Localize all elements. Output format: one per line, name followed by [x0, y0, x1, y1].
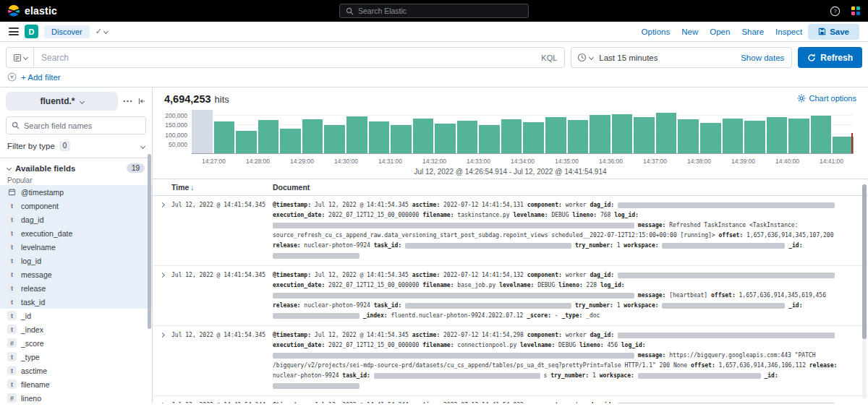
time-range-value[interactable]: Last 15 minutes: [599, 53, 733, 62]
doc-field-name: dag_id:: [590, 202, 614, 208]
collapse-sidebar-icon[interactable]: [137, 97, 146, 106]
elastic-logo[interactable]: elastic: [7, 4, 57, 17]
available-fields-header[interactable]: Available fields 19: [0, 158, 152, 175]
nav-link-new[interactable]: New: [681, 27, 698, 36]
help-icon[interactable]: ?: [830, 6, 841, 17]
space-avatar[interactable]: D: [25, 25, 38, 38]
doc-field-name: lineno:: [558, 282, 583, 288]
field-item-component[interactable]: tcomponent: [0, 199, 152, 213]
menu-icon[interactable]: [9, 27, 19, 35]
histogram-bar[interactable]: [192, 110, 213, 153]
nav-link-inspect[interactable]: Inspect: [775, 27, 802, 36]
time-column-header[interactable]: Time↓: [171, 183, 273, 192]
histogram-bar[interactable]: [346, 116, 367, 153]
histogram-bars[interactable]: [192, 109, 854, 153]
field-item-_type[interactable]: t_type: [0, 350, 152, 364]
histogram-bar[interactable]: [568, 120, 589, 153]
expand-row-icon[interactable]: [159, 202, 164, 207]
redacted-value: [638, 373, 761, 379]
field-item-log_id[interactable]: tlog_id: [0, 254, 152, 267]
kql-toggle[interactable]: KQL: [541, 53, 557, 62]
histogram-bar[interactable]: [700, 123, 721, 153]
field-item-_index[interactable]: t_index: [0, 322, 152, 336]
histogram-bar[interactable]: [656, 113, 677, 153]
histogram-bar[interactable]: [302, 119, 323, 154]
doc-field-name: levelname:: [513, 212, 548, 218]
add-filter-button[interactable]: + Add filter: [21, 73, 61, 82]
field-item-execution_date[interactable]: texecution_date: [0, 226, 152, 240]
histogram-bar[interactable]: [391, 125, 412, 153]
expand-row-icon[interactable]: [159, 273, 164, 278]
field-item-_id[interactable]: t_id: [0, 309, 152, 322]
histogram-bar[interactable]: [811, 116, 832, 153]
histogram-bar[interactable]: [457, 121, 478, 153]
field-name: log_id: [21, 257, 41, 265]
histogram-bar[interactable]: [479, 125, 500, 153]
field-item-filename[interactable]: tfilename: [0, 377, 152, 391]
histogram-bar[interactable]: [833, 137, 854, 153]
field-name: @timestamp: [21, 188, 64, 197]
time-menu-button[interactable]: [571, 53, 599, 62]
global-search-input[interactable]: Search Elastic: [339, 4, 529, 18]
histogram-bar[interactable]: [369, 121, 390, 153]
svg-text:?: ?: [833, 8, 836, 14]
histogram-bar[interactable]: [501, 119, 522, 153]
check-icon: ✓: [95, 27, 102, 36]
table-scrollbar[interactable]: [862, 184, 867, 399]
nav-link-open[interactable]: Open: [710, 27, 730, 36]
histogram-bar[interactable]: [280, 129, 301, 153]
chart-options-button[interactable]: Chart options: [797, 94, 856, 103]
histogram-bar[interactable]: [744, 121, 765, 153]
expand-row-icon[interactable]: [159, 403, 164, 403]
histogram-bar[interactable]: [767, 117, 788, 153]
field-item-task_id[interactable]: ttask_id: [0, 295, 152, 309]
histogram-bar[interactable]: [590, 115, 610, 153]
nav-link-options[interactable]: Options: [642, 27, 671, 36]
saved-query-menu-button[interactable]: [6, 47, 33, 68]
index-pattern-selector[interactable]: fluentd.*: [6, 92, 118, 111]
saved-search-indicator[interactable]: ✓: [95, 27, 108, 36]
doc-field-value: nuclear-photon-9924: [273, 372, 339, 379]
field-item-lineno[interactable]: #lineno: [0, 391, 152, 403]
expand-row-icon[interactable]: [159, 333, 164, 338]
histogram-bar[interactable]: [612, 114, 633, 154]
nav-link-share[interactable]: Share: [741, 27, 764, 36]
breadcrumb[interactable]: Discover: [44, 25, 90, 38]
doc-field-value: -: [555, 312, 558, 319]
field-item-@timestamp[interactable]: @timestamp: [0, 185, 152, 199]
deployment-icon[interactable]: [851, 6, 861, 16]
histogram-bar[interactable]: [324, 125, 345, 153]
field-item-_score[interactable]: #_score: [0, 336, 152, 350]
histogram-bar[interactable]: [413, 119, 434, 153]
histogram-bar[interactable]: [236, 131, 257, 153]
field-item-message[interactable]: tmessage: [0, 267, 152, 281]
query-search-input[interactable]: Search KQL: [33, 47, 565, 68]
filter-funnel-icon[interactable]: [7, 72, 17, 82]
field-item-asctime[interactable]: tasctime: [0, 364, 152, 377]
histogram-bar[interactable]: [723, 119, 744, 153]
histogram-bar[interactable]: [435, 124, 456, 153]
histogram-bar[interactable]: [788, 119, 809, 153]
chevron-down-icon: [103, 29, 109, 34]
field-item-levelname[interactable]: tlevelname: [0, 240, 152, 254]
histogram-bar[interactable]: [258, 120, 279, 153]
doc-field-value: 456: [608, 342, 618, 348]
show-dates-button[interactable]: Show dates: [733, 53, 791, 62]
histogram-bar[interactable]: [678, 119, 699, 153]
refresh-button[interactable]: Refresh: [798, 47, 862, 68]
field-item-dag_id[interactable]: tdag_id: [0, 213, 152, 226]
sidebar-scrollbar[interactable]: [148, 154, 151, 329]
histogram-bar[interactable]: [214, 121, 235, 153]
filter-by-type[interactable]: Filter by type 0: [0, 134, 152, 158]
redacted-value: [405, 303, 571, 309]
field-search-input[interactable]: Search field names: [6, 116, 146, 134]
histogram-bar[interactable]: [545, 117, 566, 153]
document-column-header: Document: [273, 183, 868, 192]
field-item-release[interactable]: trelease: [0, 281, 152, 295]
sidebar-options-icon[interactable]: [123, 100, 132, 103]
doc-field-value: 2022_07_12T12_15_00_000000: [328, 282, 419, 288]
histogram-bar[interactable]: [634, 117, 655, 153]
save-button[interactable]: Save: [808, 24, 859, 40]
doc-field-name: message:: [638, 352, 666, 359]
histogram-bar[interactable]: [523, 122, 544, 153]
